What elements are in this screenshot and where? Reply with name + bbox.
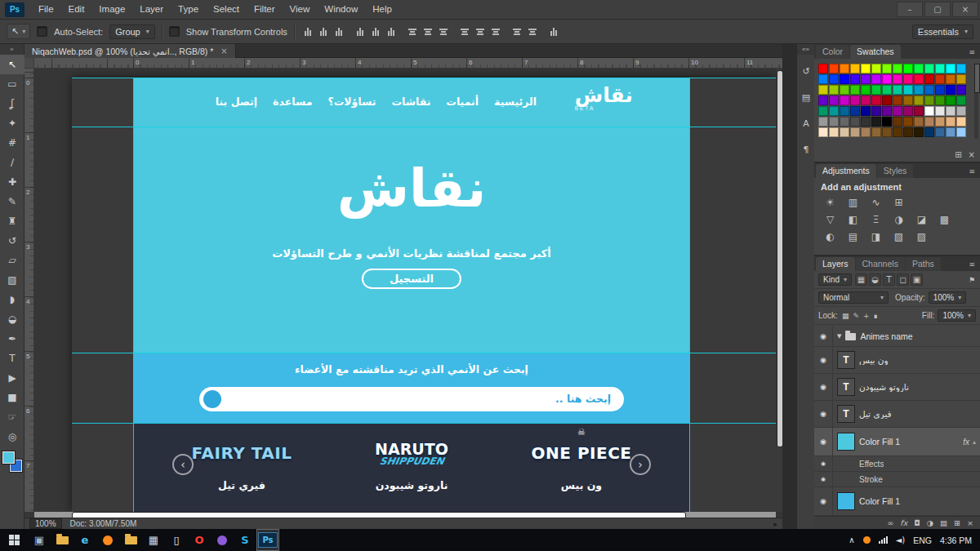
crop-tool[interactable]: # (0, 133, 24, 153)
menu-file[interactable]: File (31, 0, 61, 19)
add-layer-mask-icon[interactable]: ◘ (914, 518, 920, 527)
history-icon[interactable]: ↺ (797, 61, 815, 81)
swatch[interactable] (840, 117, 849, 127)
distribute-bottom-edges-icon[interactable] (437, 25, 450, 38)
eyedropper-tool[interactable]: ∕ (0, 153, 24, 172)
swatch[interactable] (882, 106, 892, 116)
taskbar-skype[interactable]: S (234, 529, 256, 551)
swatch[interactable] (946, 106, 956, 116)
swatch[interactable] (840, 106, 849, 116)
collapse-effects-icon[interactable]: ▴ (973, 438, 976, 446)
swatch[interactable] (924, 96, 934, 105)
swatch[interactable] (946, 85, 956, 95)
vertical-scrollbar[interactable] (776, 69, 782, 512)
swatch[interactable] (861, 96, 871, 105)
swatch[interactable] (818, 64, 828, 73)
swatch[interactable] (924, 117, 934, 127)
swatch[interactable] (946, 64, 956, 73)
document-tab[interactable]: NiqachWeb.psd @ 100% (انمي تحديا.., RGB/… (24, 44, 236, 58)
swatch[interactable] (861, 127, 871, 137)
nav-link-0[interactable]: الرئيسية (494, 96, 537, 108)
layer-row[interactable]: ◉Color Fill 1 (814, 487, 980, 516)
close-document-icon[interactable]: × (220, 47, 227, 56)
layer-row[interactable]: ◉Tناروتو شيبودن (814, 374, 980, 401)
tab-color[interactable]: Color (816, 45, 849, 59)
swatch[interactable] (914, 127, 924, 137)
layer-effect-row[interactable]: ◉Effects (814, 456, 980, 472)
swatch[interactable] (829, 127, 839, 137)
swatch[interactable] (861, 85, 871, 95)
swatch[interactable] (840, 64, 849, 73)
kind-filter-dropdown[interactable]: Kind ▾ (818, 273, 852, 286)
menu-window[interactable]: Window (317, 0, 365, 19)
visibility-toggle[interactable]: ◉ (814, 327, 833, 346)
vibrance-icon[interactable]: ▽ (821, 211, 840, 227)
gradient-map-icon[interactable]: ▧ (889, 229, 908, 244)
exposure-icon[interactable]: ⊞ (889, 194, 908, 210)
taskbar-folder[interactable] (119, 529, 142, 551)
swatch[interactable] (861, 117, 871, 127)
rectangular-marquee-tool[interactable]: ▭ (0, 74, 24, 94)
swatch[interactable] (935, 85, 945, 95)
swatch[interactable] (893, 74, 902, 84)
menu-edit[interactable]: Edit (61, 0, 92, 19)
swatch[interactable] (893, 85, 902, 95)
swatch[interactable] (914, 96, 924, 105)
show-transform-controls-checkbox[interactable] (169, 26, 180, 37)
nav-link-4[interactable]: مساعدة (273, 96, 312, 108)
swatches-scrollbar[interactable] (974, 64, 978, 139)
zoom-tool[interactable]: ◎ (0, 427, 24, 447)
swatch[interactable] (882, 127, 892, 137)
quick-selection-tool[interactable]: ✦ (0, 113, 24, 133)
status-popup-arrow-icon[interactable]: ▸ (773, 520, 777, 528)
new-group-icon[interactable]: ▤ (940, 518, 947, 527)
swatch[interactable] (871, 117, 881, 127)
taskbar-document-app[interactable]: ▯ (165, 529, 188, 551)
swatch[interactable] (871, 64, 881, 73)
swatch[interactable] (935, 64, 945, 73)
styles-icon[interactable]: ▤ (797, 87, 815, 107)
swatch[interactable] (861, 64, 871, 73)
layer-row[interactable]: ◉Tفيري تيل (814, 401, 980, 428)
taskbar-file-explorer[interactable] (51, 529, 74, 551)
move-tool[interactable]: ↖ (0, 55, 24, 74)
fill-dropdown[interactable]: 100% ▾ (938, 309, 976, 322)
swatch[interactable] (893, 106, 902, 116)
taskbar-media-app[interactable] (211, 529, 234, 551)
close-button[interactable]: × (952, 2, 978, 17)
swatch[interactable] (850, 74, 860, 84)
swatch[interactable] (935, 117, 945, 127)
layer-effects-badge[interactable]: fx (963, 438, 969, 447)
link-layers-icon[interactable]: ∞ (887, 518, 893, 527)
swatch[interactable] (850, 64, 860, 73)
swatch[interactable] (829, 117, 839, 127)
taskbar-photoshop[interactable]: Ps (256, 529, 279, 551)
tab-channels[interactable]: Channels (856, 257, 905, 271)
menu-type[interactable]: Type (171, 0, 206, 19)
delete-layer-icon[interactable]: × (967, 518, 973, 527)
swatch[interactable] (924, 127, 934, 137)
photo-filter-icon[interactable]: ◪ (912, 211, 931, 227)
restore-button[interactable]: ▢ (924, 2, 951, 17)
swatch[interactable] (850, 96, 860, 105)
panel-menu-icon[interactable]: ≡ (964, 260, 980, 271)
search-input[interactable]: إبحث هنا .. (199, 387, 624, 411)
swatch[interactable] (914, 74, 924, 84)
swatch[interactable] (903, 74, 913, 84)
swatch[interactable] (956, 64, 966, 73)
swatch[interactable] (893, 117, 902, 127)
layer-row[interactable]: ◉Tون بيس (814, 347, 980, 374)
blend-mode-dropdown[interactable]: Normal ▾ (818, 291, 889, 304)
black-white-icon[interactable]: ◑ (889, 211, 908, 227)
signup-button[interactable]: التسجيل (362, 269, 461, 289)
filter-smart-objects-icon[interactable]: ▣ (911, 273, 923, 286)
threshold-icon[interactable]: ◨ (866, 229, 885, 244)
align-left-edges-icon[interactable] (301, 25, 314, 38)
swatch[interactable] (818, 96, 828, 105)
align-top-edges-icon[interactable] (354, 25, 367, 38)
distribute-horizontal-centers-icon[interactable] (474, 25, 487, 38)
color-balance-icon[interactable]: Ξ (866, 211, 885, 227)
one-piece[interactable]: ☠ONE PIECEون بيس (520, 434, 643, 491)
swatch[interactable] (903, 117, 913, 127)
tab-layers[interactable]: Layers (816, 257, 855, 271)
